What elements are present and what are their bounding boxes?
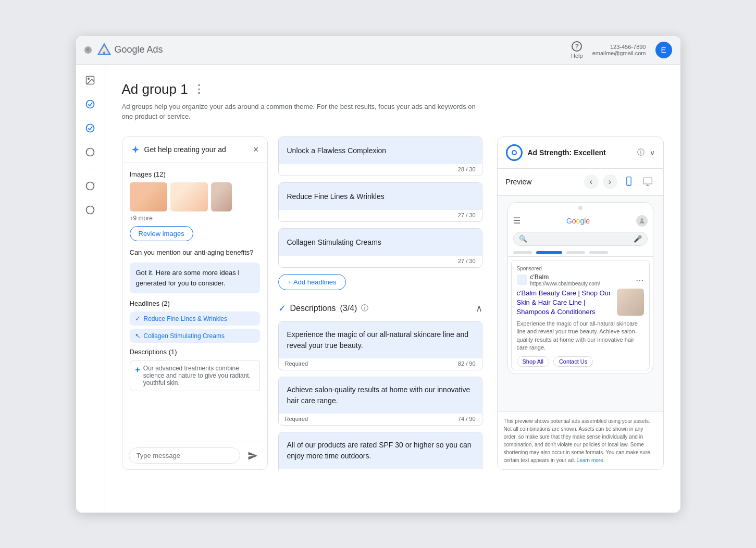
phone-dot bbox=[578, 206, 583, 210]
logo: Google Ads bbox=[97, 43, 163, 57]
ad-strength-text: Ad Strength: bbox=[528, 148, 572, 157]
phone-search-bar[interactable]: 🔍 🎤 bbox=[513, 232, 648, 246]
close-icon: × bbox=[86, 47, 90, 53]
phone-tab-2-active bbox=[536, 251, 562, 254]
middle-panel: Unlock a Flawless Complexion 28 / 30 Red… bbox=[278, 136, 487, 470]
ai-chip-1[interactable]: ✓ Reduce Fine Lines & Wrinkles bbox=[130, 312, 260, 326]
more-options-icon[interactable]: ⋮ bbox=[193, 82, 205, 96]
preview-mobile-button[interactable] bbox=[622, 174, 636, 190]
google-ads-logo-icon bbox=[97, 43, 111, 57]
brand-icon bbox=[517, 275, 527, 285]
strength-dot bbox=[512, 150, 517, 155]
ai-headlines-section-title: Headlines (2) bbox=[130, 300, 260, 307]
sidebar-icon-check2[interactable] bbox=[81, 119, 100, 138]
ai-descriptions-title: Descriptions (1) bbox=[130, 348, 260, 356]
sidebar-icon-circle3[interactable] bbox=[81, 201, 100, 219]
description-1-text[interactable]: Experience the magic of our all-natural … bbox=[279, 322, 482, 358]
ad-link-2-button[interactable]: Contact Us bbox=[553, 356, 593, 367]
circle-icon-2 bbox=[85, 181, 95, 191]
ai-close-button[interactable]: × bbox=[253, 144, 259, 155]
ai-panel-title: Get help creating your ad bbox=[144, 145, 226, 154]
ai-chip-2[interactable]: ↖ Collagen Stimulating Creams bbox=[130, 329, 260, 343]
svg-point-8 bbox=[86, 182, 94, 190]
ai-message-input[interactable] bbox=[129, 447, 240, 464]
description-2-label: Required bbox=[285, 416, 308, 422]
circle-icon-3 bbox=[85, 205, 95, 215]
check-icon: ✓ bbox=[135, 315, 141, 322]
headline-3-chars: 27 / 30 bbox=[279, 256, 482, 267]
ai-desc-item[interactable]: + Our advanced treatments combine scienc… bbox=[130, 360, 260, 391]
description-2-text[interactable]: Achieve salon-quality results at home wi… bbox=[279, 377, 482, 414]
description-1-chars: 82 / 90 bbox=[458, 360, 476, 367]
account-email: emailme@gmail.com bbox=[592, 50, 646, 56]
page-title: Ad group 1 bbox=[122, 81, 188, 97]
avatar[interactable]: E bbox=[655, 42, 672, 58]
description-3-text[interactable]: All of our products are rated SPF 30 or … bbox=[279, 432, 482, 469]
sidebar-icon-image[interactable] bbox=[81, 71, 100, 90]
image-thumb-3[interactable] bbox=[211, 182, 232, 211]
descriptions-info-icon[interactable]: ⓘ bbox=[361, 304, 368, 313]
image-thumb-2[interactable] bbox=[170, 182, 208, 211]
svg-point-5 bbox=[86, 100, 94, 108]
mic-icon: 🎤 bbox=[634, 235, 642, 243]
preview-nav: ‹ › bbox=[584, 174, 655, 190]
ad-strength-label: Ad Strength: Excellent bbox=[528, 148, 632, 157]
brand-name: c'Balm bbox=[530, 273, 600, 281]
preview-next-button[interactable]: › bbox=[603, 175, 617, 189]
check-circle-icon-1 bbox=[85, 99, 95, 109]
descriptions-section-title: ✓ Descriptions (3/4) ⓘ bbox=[278, 303, 369, 314]
ad-strength-collapse-button[interactable]: ∨ bbox=[650, 148, 655, 157]
ad-links: Shop All Contact Us bbox=[517, 356, 644, 367]
phone-mockup: ☰ Google 🔍 🎤 bbox=[507, 202, 653, 374]
sidebar-icon-check1[interactable] bbox=[81, 95, 100, 114]
ad-description: Experience the magic of our all-natural … bbox=[517, 320, 644, 352]
page-subtitle: Ad groups help you organize your ads aro… bbox=[122, 102, 487, 122]
descriptions-title-text: Descriptions bbox=[290, 304, 336, 313]
images-title: Images (12) bbox=[130, 170, 260, 178]
headline-2-text[interactable]: Reduce Fine Lines & Wrinkles bbox=[279, 183, 482, 210]
review-images-button[interactable]: Review images bbox=[130, 226, 193, 241]
ad-link-1-button[interactable]: Shop All bbox=[517, 356, 549, 367]
circle-icon-1 bbox=[85, 147, 95, 157]
help-button[interactable]: ? Help bbox=[571, 41, 583, 59]
ad-strength-value: Excellent bbox=[574, 148, 605, 157]
sidebar-divider bbox=[84, 169, 96, 169]
close-button[interactable]: × bbox=[84, 46, 92, 54]
section-check-icon: ✓ bbox=[278, 303, 286, 314]
ai-desc-text: Our advanced treatments combine science … bbox=[143, 365, 254, 387]
ad-strength-info-icon[interactable]: ⓘ bbox=[637, 148, 645, 157]
sidebar-icon-circle1[interactable] bbox=[81, 143, 100, 161]
ai-panel-header: Get help creating your ad × bbox=[122, 137, 267, 163]
headline-1: Unlock a Flawless Complexion 28 / 30 bbox=[278, 136, 482, 176]
svg-point-11 bbox=[628, 184, 629, 185]
image-thumb-1[interactable] bbox=[130, 182, 167, 211]
headline-3-text[interactable]: Collagen Stimulating Creams bbox=[279, 229, 482, 256]
ad-sponsored-label: Sponsored bbox=[517, 266, 644, 271]
ad-strength-bar: Ad Strength: Excellent ⓘ ∨ bbox=[498, 137, 663, 169]
learn-more-link[interactable]: Learn more. bbox=[577, 457, 605, 463]
ai-panel: Get help creating your ad × Images (12) bbox=[122, 136, 268, 470]
add-headlines-button[interactable]: + Add headlines bbox=[278, 274, 346, 290]
descriptions-count: (3/4) bbox=[340, 304, 357, 313]
send-button[interactable] bbox=[244, 447, 261, 464]
search-icon: 🔍 bbox=[519, 235, 527, 243]
phone-profile-button[interactable] bbox=[636, 215, 648, 227]
ad-title-text[interactable]: c'Balm Beauty Care | Shop Our Skin & Hai… bbox=[517, 289, 613, 317]
descriptions-collapse-button[interactable]: ∧ bbox=[476, 303, 482, 314]
headline-1-text[interactable]: Unlock a Flawless Complexion bbox=[279, 137, 482, 164]
help-icon: ? bbox=[572, 41, 582, 52]
preview-header: Preview ‹ › bbox=[498, 169, 663, 196]
sidebar-icon-circle2[interactable] bbox=[81, 177, 100, 195]
page-header: Ad group 1 ⋮ bbox=[122, 81, 664, 97]
headline-1-chars: 28 / 30 bbox=[279, 164, 482, 176]
more-images-label: +9 more bbox=[130, 215, 260, 222]
preview-desktop-button[interactable] bbox=[640, 174, 655, 190]
headline-2-chars: 27 / 30 bbox=[279, 210, 482, 221]
brand-url: https://www.cbalmbeauty.com/ bbox=[530, 281, 600, 287]
ad-more-button[interactable]: ⋯ bbox=[636, 275, 644, 285]
ai-question: Can you mention our anti-aging benefits? bbox=[130, 247, 260, 258]
preview-disclaimer: This preview shows potential ads assembl… bbox=[498, 412, 663, 469]
preview-prev-button[interactable]: ‹ bbox=[584, 175, 599, 189]
help-label: Help bbox=[571, 53, 583, 59]
add-icon: + bbox=[135, 365, 140, 375]
